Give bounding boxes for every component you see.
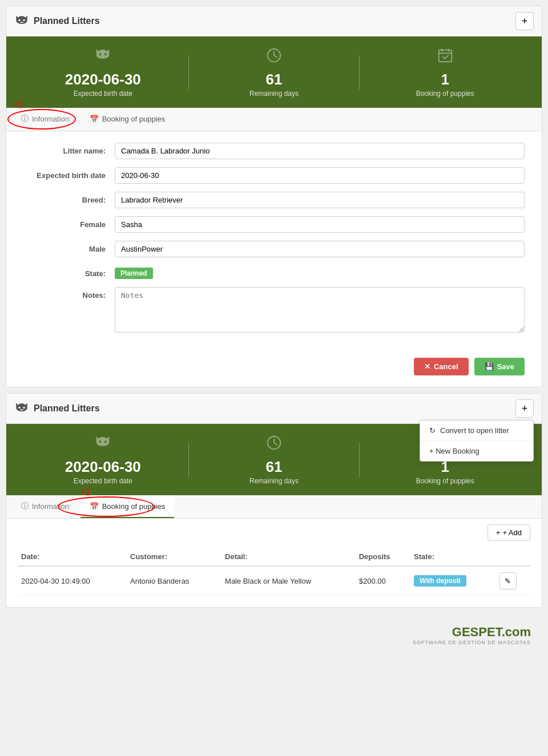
svg-line-17 [274, 443, 277, 445]
form-row-notes: Notes: [23, 287, 525, 333]
row-deposits: $200.00 [356, 566, 410, 596]
table-body: 2020-04-30 10:49:00 Antonio Banderas Mal… [18, 566, 530, 596]
arrow-annotation-1: ▷ [13, 98, 21, 110]
stat-bookings-label-1: Booking of puppies [416, 90, 474, 98]
svg-line-6 [274, 55, 277, 58]
cat-icon-1 [14, 14, 29, 29]
add-button-2[interactable]: + [515, 399, 534, 418]
arrow-annotation-2: ▷ [80, 485, 88, 498]
section-1-title-group: Planned Litters [14, 14, 100, 29]
section-2-title-group: Planned Litters [14, 401, 100, 416]
dropdown-menu-2: ↻ Convert to open litter + New Booking [420, 420, 534, 462]
tab-booking-label-1: Booking of puppies [102, 115, 166, 123]
svg-rect-7 [438, 50, 452, 62]
female-input[interactable] [115, 216, 525, 233]
row-edit-cell: ✎ [496, 566, 530, 596]
stat-remaining-2: 61 Remaining days [189, 434, 360, 485]
stat-birth-value-1: 2020-06-30 [18, 71, 188, 88]
col-customer: Customer: [127, 548, 221, 566]
add-label: + Add [502, 528, 522, 537]
stat-bookings-1: 1 Booking of puppies [360, 47, 530, 98]
form-row-birth-date: Expected birth date [23, 167, 525, 184]
stat-bookings-label-2: Booking of puppies [416, 477, 474, 485]
new-booking-item[interactable]: + New Booking [420, 441, 533, 461]
birth-date-input[interactable] [115, 167, 525, 184]
booking-icon-1: 📅 [90, 115, 99, 123]
stat-birth-value-2: 2020-06-30 [18, 458, 188, 476]
tab-booking-label-2: Booking of puppies [102, 502, 166, 511]
litter-name-input[interactable] [115, 143, 525, 159]
stat-remaining-label-2: Remaining days [249, 477, 299, 485]
male-input[interactable] [115, 241, 525, 257]
convert-icon: ↻ [429, 426, 436, 435]
section-1: Planned Litters + 2020-06-30 Expected bi… [6, 6, 542, 387]
svg-point-14 [104, 440, 107, 443]
svg-point-3 [104, 53, 107, 55]
notes-textarea[interactable] [115, 287, 525, 333]
save-icon: 💾 [485, 362, 494, 371]
stat-birth-label-2: Expected birth date [74, 477, 132, 485]
stat-bookings-value-1: 1 [360, 71, 530, 88]
table-actions: + + Add [18, 524, 530, 541]
breed-label: Breed: [23, 192, 115, 204]
form-row-litter-name: Litter name: [23, 143, 525, 159]
breed-input[interactable] [115, 192, 525, 208]
tabs-2: ⓘ Information: 📅 Booking of puppies [6, 495, 542, 519]
plus-icon: + [496, 528, 501, 537]
form-row-state: State: Planned [23, 265, 525, 279]
svg-point-0 [18, 19, 20, 21]
edit-booking-button[interactable]: ✎ [499, 572, 517, 589]
header-row: Date: Customer: Detail: Deposits State: [18, 548, 530, 566]
form-actions-1: ✕ Cancel 💾 Save [6, 352, 542, 387]
cancel-button[interactable]: ✕ Cancel [414, 358, 469, 375]
convert-to-open-litter-item[interactable]: ↻ Convert to open litter [420, 421, 533, 441]
col-deposits: Deposits [356, 548, 410, 566]
logo-main: GESPET [452, 625, 502, 639]
stat-remaining-value-2: 61 [189, 458, 360, 476]
save-label: Save [497, 362, 514, 371]
cat-stat-icon-1 [18, 47, 188, 67]
tab-booking-2[interactable]: 📅 Booking of puppies [80, 495, 175, 518]
svg-point-1 [23, 19, 25, 21]
info-icon-2: ⓘ [21, 501, 29, 511]
col-date: Date: [18, 548, 127, 566]
litter-name-label: Litter name: [23, 143, 115, 155]
col-detail: Detail: [221, 548, 356, 566]
section-1-title: Planned Litters [34, 16, 100, 26]
stat-remaining-label-1: Remaining days [249, 90, 299, 98]
tab-info-label-2: Information: [32, 502, 71, 511]
cancel-label: Cancel [434, 362, 458, 371]
add-booking-button[interactable]: + + Add [487, 524, 530, 541]
form-row-female: Female [23, 216, 525, 233]
svg-point-12 [23, 407, 25, 409]
notes-label: Notes: [23, 287, 115, 300]
section-1-header: Planned Litters + [6, 6, 542, 37]
section-2-title: Planned Litters [34, 403, 100, 414]
tabs-wrapper-2: ▷ ⓘ Information: 📅 Booking of puppies [6, 495, 542, 519]
logo-text: GESPET.com [17, 625, 531, 640]
cat-stat-icon-2 [18, 434, 188, 455]
convert-label: Convert to open litter [440, 426, 509, 435]
clock-icon-1 [189, 47, 360, 67]
form-1: Litter name: Expected birth date Breed: … [6, 131, 542, 352]
section-2: Planned Litters + ↻ Convert to open litt… [6, 393, 542, 608]
cat-icon-2 [14, 401, 29, 416]
table-container: + + Add Date: Customer: Detail: Deposits… [6, 519, 542, 607]
tab-information-1[interactable]: ⓘ Information: [12, 108, 80, 131]
stat-remaining-1: 61 Remaining days [189, 47, 360, 98]
logo-sub: SOFTWARE DE GESTIÓN DE MASCOTAS [17, 640, 531, 645]
stat-birth-date-1: 2020-06-30 Expected birth date [18, 47, 188, 98]
row-detail: Male Black or Male Yellow [221, 566, 356, 596]
add-button-1[interactable]: + [515, 12, 534, 30]
svg-point-2 [99, 53, 102, 55]
row-customer: Antonio Banderas [127, 566, 221, 596]
info-icon-1: ⓘ [21, 114, 29, 124]
stat-birth-label-1: Expected birth date [74, 90, 132, 98]
save-button[interactable]: 💾 Save [474, 358, 525, 375]
state-badge-deposit: With deposit [414, 575, 466, 587]
footer: GESPET.com SOFTWARE DE GESTIÓN DE MASCOT… [0, 613, 548, 657]
col-state: State: [410, 548, 496, 566]
bookings-table: Date: Customer: Detail: Deposits State: … [18, 548, 530, 596]
tab-booking-1[interactable]: 📅 Booking of puppies [80, 108, 175, 131]
tab-information-2[interactable]: ⓘ Information: [12, 495, 80, 518]
